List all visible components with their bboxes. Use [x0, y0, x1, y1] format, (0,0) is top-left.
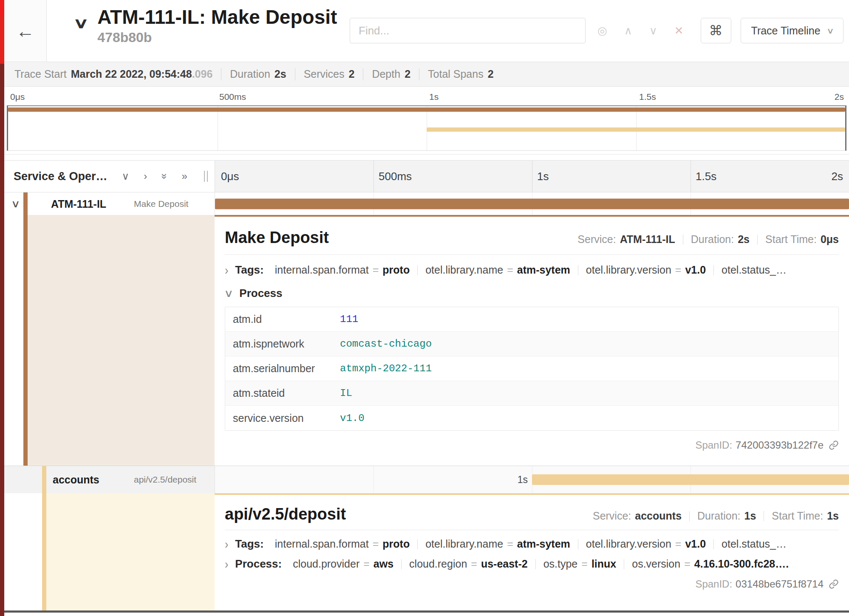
process-value: comcast-chicago [340, 338, 432, 350]
tag-eq: = [675, 538, 682, 550]
chevron-down-icon[interactable]: ∨ [224, 287, 234, 300]
tag-key: otel.library.version [586, 264, 671, 276]
process-key: os.version [632, 558, 680, 570]
tag-value: atm-sytem [517, 264, 570, 276]
axis-tick: 1.5s [696, 170, 716, 183]
duration-value: 2s [738, 233, 750, 246]
focus-match-icon[interactable]: ◎ [597, 24, 607, 37]
next-match-icon[interactable]: ∨ [649, 24, 657, 37]
span-row-accounts[interactable]: accounts api/v2.5/deposit 1s [4, 466, 849, 493]
tag-item: otel.library.version = v1.0 [586, 538, 706, 550]
copy-link-icon[interactable] [829, 579, 839, 589]
prev-match-icon[interactable]: ∧ [624, 24, 632, 37]
process-eq: = [581, 558, 588, 570]
trace-minimap: 0μs 500ms 1s 1.5s 2s [4, 87, 849, 155]
chevron-right-icon[interactable]: › [225, 537, 228, 551]
service-value: ATM-111-IL [620, 233, 675, 246]
duration-label: Duration: [691, 233, 734, 246]
back-button[interactable]: ← [4, 0, 47, 62]
collapse-all-icon[interactable]: » [182, 171, 187, 181]
tag-value: proto [382, 538, 410, 550]
trace-id: 478b80b [97, 30, 337, 45]
clear-search-icon[interactable]: ✕ [674, 24, 684, 37]
tag-item: otel.library.name = atm-sytem [425, 538, 570, 550]
tag-key: otel.library.version [586, 538, 671, 550]
service-tint [23, 215, 215, 466]
services-label: Services [304, 68, 345, 80]
depth-label: Depth [372, 68, 400, 80]
divider [417, 265, 418, 275]
tag-key: otel.status_… [722, 538, 787, 550]
minimap-canvas[interactable] [7, 105, 846, 151]
divider [295, 68, 295, 80]
divider [419, 68, 419, 80]
divider [578, 265, 578, 275]
tag-eq: = [507, 264, 513, 276]
service-operation-header-label: Service & Oper… [14, 170, 108, 183]
trace-start-fraction: .096 [192, 68, 213, 80]
span-detail-meta: Service: accounts Duration: 1s Start Tim… [593, 510, 839, 522]
process-eq: = [471, 558, 477, 570]
divider [535, 559, 536, 569]
search-input[interactable] [350, 18, 586, 43]
tag-key: otel.library.name [425, 264, 503, 276]
trace-summary-bar: Trace Start March 22 2022, 09:54:48 .096… [4, 62, 849, 87]
sort-chevron-down-icon[interactable]: ∨ [122, 171, 130, 181]
total-spans-label: Total Spans [428, 68, 484, 80]
service-label: Service: [593, 510, 631, 522]
timeline-column-header: Service & Oper… ∨ › » » 0μs 500ms 1s 1.5… [4, 160, 849, 192]
span-timeline-cell[interactable] [215, 192, 849, 215]
span-duration-bar[interactable] [215, 198, 849, 209]
trace-view-label: Trace Timeline [751, 25, 821, 37]
tag-value: proto [382, 264, 410, 276]
span-row-atm[interactable]: ∨ ATM-111-IL Make Deposit [4, 192, 849, 215]
tag-eq: = [675, 264, 682, 276]
trace-view-dropdown[interactable]: Trace Timeline ∨ [741, 18, 844, 43]
span-duration-label: 1s [518, 474, 528, 486]
collapse-trace-icon[interactable]: ∨ [73, 16, 89, 30]
keyboard-shortcuts-button[interactable]: ⌘ [701, 18, 731, 43]
span-detail-atm: Make Deposit Service: ATM-111-IL Duratio… [4, 215, 849, 466]
start-time-value: 0μs [821, 233, 839, 246]
column-resize-handle[interactable] [204, 171, 208, 182]
tags-row[interactable]: › Tags: internal.span.format = proto ote… [225, 263, 839, 277]
axis-tick: 0μs [221, 170, 239, 183]
divider [689, 511, 690, 521]
find-toolbar: ◎ ∧ ∨ ✕ ⌘ Trace Timeline ∨ [350, 18, 843, 43]
duration-label: Duration: [697, 510, 740, 522]
divider [221, 68, 221, 80]
collapse-one-icon[interactable]: › [144, 171, 147, 181]
service-color-strip [23, 215, 28, 466]
span-duration-bar[interactable]: 1s [532, 475, 849, 485]
span-id-label: SpanID: [695, 439, 732, 451]
minimap-span-bar [8, 107, 845, 112]
chevron-right-icon[interactable]: › [225, 557, 228, 571]
tag-key: internal.span.format [275, 264, 369, 276]
tag-key: internal.span.format [275, 538, 369, 550]
process-row[interactable]: › Process: cloud.provider = aws cloud.re… [225, 557, 839, 571]
process-value: us-east-2 [481, 558, 528, 570]
span-timeline-cell[interactable]: 1s [215, 466, 849, 493]
divider [683, 235, 683, 245]
process-value: 4.16.10-300.fc28…. [694, 558, 789, 570]
copy-link-icon[interactable] [829, 440, 839, 450]
divider [417, 539, 418, 549]
span-name-cell[interactable]: accounts api/v2.5/deposit [4, 466, 215, 493]
collapse-span-icon[interactable]: ∨ [11, 198, 20, 210]
span-operation-name: Make Deposit [134, 199, 188, 209]
expand-all-icon[interactable]: » [159, 173, 170, 179]
service-color-strip [42, 493, 46, 610]
span-service-name: ATM-111-IL [51, 198, 106, 210]
tag-item: internal.span.format = proto [275, 264, 410, 276]
tag-item: internal.span.format = proto [275, 538, 410, 550]
tags-row[interactable]: › Tags: internal.span.format = proto ote… [225, 537, 839, 551]
process-section-header[interactable]: ∨ Process [225, 287, 839, 300]
span-name-cell[interactable]: ∨ ATM-111-IL Make Deposit [4, 192, 215, 215]
table-row: atm.id 111 [225, 307, 838, 332]
process-item: cloud.region = us-east-2 [409, 558, 528, 570]
chevron-right-icon[interactable]: › [225, 263, 228, 277]
process-label: Process: [235, 557, 282, 571]
page-title: ATM-111-IL: Make Deposit [97, 6, 337, 28]
tag-item: otel.status_… [722, 538, 787, 550]
span-id-row: SpanID: 03148be6751f8714 [225, 578, 839, 590]
